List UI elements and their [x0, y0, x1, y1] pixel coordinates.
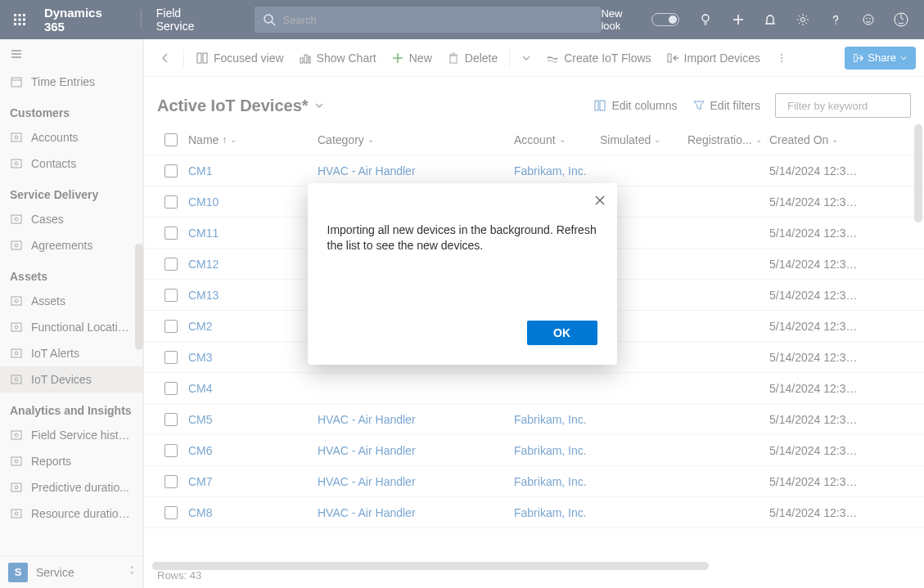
dialog-message: Importing all new devices in the backgro… [327, 222, 597, 288]
ok-button[interactable]: OK [527, 321, 597, 345]
modal-overlay: Importing all new devices in the backgro… [0, 0, 924, 588]
import-dialog: Importing all new devices in the backgro… [308, 183, 617, 365]
close-icon[interactable] [594, 195, 606, 206]
